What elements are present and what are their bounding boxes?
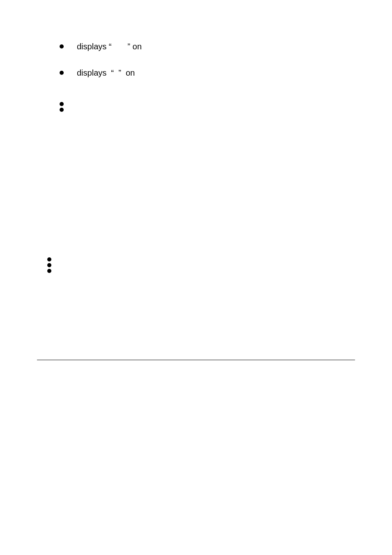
list-item [47,260,355,264]
bullet-icon [47,257,51,261]
bullet-list-3 [37,254,355,270]
bullet-icon [60,102,64,106]
horizontal-rule [37,360,355,360]
list-item: displays “ ” on [60,67,355,78]
bullet-list-1: displays “ ” on displays “ ” on [37,41,355,78]
bullet-icon [60,108,64,112]
list-item-text: displays “ ” on [77,67,135,78]
list-item-text: displays “ ” on [77,41,142,52]
bullet-icon [60,71,64,75]
list-item [60,99,355,103]
list-item [60,104,355,109]
document-page: displays “ ” on displays “ ” on [0,0,392,555]
list-item [47,254,355,258]
bullet-icon [60,44,64,49]
bullet-icon [47,269,51,273]
bullet-icon [47,263,51,267]
list-item: displays “ ” on [60,41,355,52]
list-item [47,266,355,270]
bullet-list-2 [37,99,355,109]
